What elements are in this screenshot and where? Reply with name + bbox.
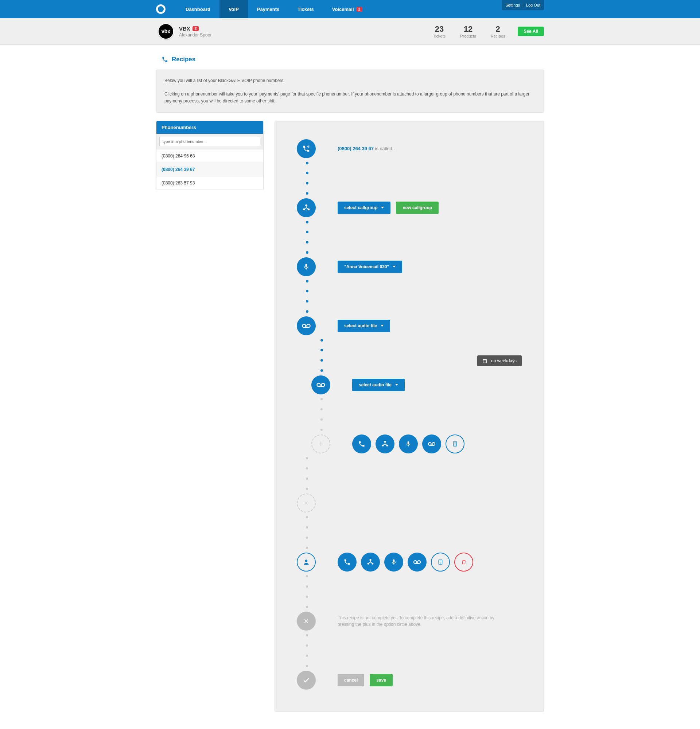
audio-node-2[interactable] — [311, 375, 330, 394]
call-node[interactable] — [297, 139, 316, 158]
see-all-button[interactable]: See All — [518, 27, 544, 36]
logout-link[interactable]: Log Out — [526, 3, 540, 7]
svg-point-7 — [322, 383, 325, 386]
svg-point-6 — [317, 383, 321, 386]
plus-icon — [318, 441, 324, 447]
action-list-2[interactable] — [431, 553, 450, 572]
vbx-logo: vbx — [158, 23, 174, 39]
phonenumber-search-input[interactable] — [159, 137, 260, 146]
phonenumbers-panel: Phonenumbers (0800) 264 95 68 (0800) 264… — [156, 121, 264, 190]
action-delete[interactable] — [454, 553, 473, 572]
incomplete-node — [297, 611, 316, 630]
voicemail-badge: 2 — [356, 7, 363, 12]
phonenumber-item-active[interactable]: (0800) 264 39 67 — [157, 163, 263, 176]
top-right-menu: Settings | Log Out — [502, 0, 544, 10]
page-title: Recipes — [156, 56, 544, 63]
remove-step-node[interactable] — [297, 494, 316, 513]
stat-recipes: 2 Recipes — [491, 25, 505, 38]
nav-voicemail-label: Voicemail — [332, 7, 354, 12]
nav-voip[interactable]: VoIP — [219, 0, 248, 18]
action-phone[interactable] — [352, 434, 371, 453]
callgroup-icon — [381, 440, 389, 447]
nav-voicemail[interactable]: Voicemail 2 — [323, 0, 372, 18]
svg-point-3 — [303, 324, 306, 327]
calendar-icon — [482, 358, 488, 363]
callgroup-icon — [367, 558, 374, 566]
nav-payments[interactable]: Payments — [248, 0, 288, 18]
select-audio-button-2[interactable]: select audio file — [352, 379, 405, 391]
svg-point-28 — [417, 561, 420, 563]
callgroup-icon — [302, 204, 310, 212]
phonenumber-item[interactable]: (0800) 264 95 68 — [157, 149, 263, 163]
svg-point-11 — [384, 441, 386, 443]
trash-icon — [461, 559, 467, 565]
select-audio-button[interactable]: select audio file — [338, 319, 390, 332]
nav-dashboard[interactable]: Dashboard — [176, 0, 219, 18]
action-mic[interactable] — [399, 434, 418, 453]
user-icon — [303, 558, 310, 566]
svg-point-0 — [305, 204, 307, 206]
list-icon — [437, 559, 443, 565]
caret-down-icon — [393, 266, 396, 267]
caret-down-icon — [381, 207, 384, 209]
incomplete-text: This recipe is not complete yet. To comp… — [338, 614, 505, 628]
intro-box: Below you will a list of your BlackGATE … — [156, 70, 544, 113]
svg-point-24 — [370, 559, 372, 561]
org-title: VBX 2 — [179, 26, 212, 32]
voicemail-icon — [413, 560, 421, 564]
svg-point-4 — [307, 324, 310, 327]
action-list[interactable] — [446, 434, 465, 453]
voicemail-icon — [317, 382, 325, 388]
phone-icon — [358, 440, 365, 447]
recipe-canvas: (0800) 264 39 67 is called.. select call… — [274, 121, 544, 712]
stat-tickets: 23 Tickets — [433, 25, 446, 38]
voicemail-node[interactable] — [297, 257, 316, 276]
phone-in-icon — [302, 145, 310, 153]
stat-products: 12 Products — [460, 25, 476, 38]
phone-icon — [161, 56, 168, 63]
weekdays-chip[interactable]: on weekdays — [477, 356, 522, 366]
logo-icon[interactable] — [156, 4, 166, 14]
voicemail-select-button[interactable]: "Anna Voicemail 020" — [338, 261, 402, 273]
phonenumber-item[interactable]: (0800) 283 57 93 — [157, 176, 263, 190]
cancel-button[interactable]: cancel — [338, 674, 364, 686]
action-voicemail[interactable] — [422, 434, 441, 453]
mic-icon — [391, 559, 397, 565]
callgroup-node[interactable] — [297, 198, 316, 217]
phone-icon — [343, 558, 351, 566]
call-text: (0800) 264 39 67 is called.. — [338, 146, 395, 151]
done-node — [297, 671, 316, 690]
user-node[interactable] — [297, 553, 316, 572]
new-callgroup-button[interactable]: new callgroup — [396, 202, 439, 214]
org-badge: 2 — [193, 26, 199, 31]
action-callgroup-2[interactable] — [361, 553, 380, 572]
mic-icon — [303, 263, 310, 270]
check-icon — [303, 677, 310, 684]
action-voicemail-2[interactable] — [408, 553, 427, 572]
voicemail-icon — [428, 442, 436, 446]
phonenumbers-title: Phonenumbers — [157, 121, 263, 134]
add-step-node[interactable] — [311, 434, 330, 453]
nav-tickets[interactable]: Tickets — [288, 0, 323, 18]
action-callgroup[interactable] — [376, 434, 395, 453]
action-mic-2[interactable] — [384, 553, 403, 572]
close-icon — [304, 618, 309, 624]
caret-down-icon — [395, 384, 398, 386]
list-icon — [452, 441, 458, 447]
settings-link[interactable]: Settings — [505, 3, 520, 7]
svg-point-15 — [432, 443, 435, 446]
mic-icon — [405, 441, 412, 447]
svg-point-27 — [414, 561, 417, 563]
audio-node[interactable] — [297, 317, 316, 335]
action-phone-2[interactable] — [338, 553, 357, 572]
close-icon — [304, 501, 309, 505]
svg-point-23 — [305, 559, 308, 562]
org-user: Alexander Spoor — [179, 32, 212, 38]
save-button[interactable]: save — [370, 674, 393, 686]
voicemail-icon — [302, 323, 311, 328]
caret-down-icon — [380, 325, 383, 327]
svg-point-14 — [428, 443, 431, 446]
select-callgroup-button[interactable]: select callgroup — [338, 202, 391, 214]
